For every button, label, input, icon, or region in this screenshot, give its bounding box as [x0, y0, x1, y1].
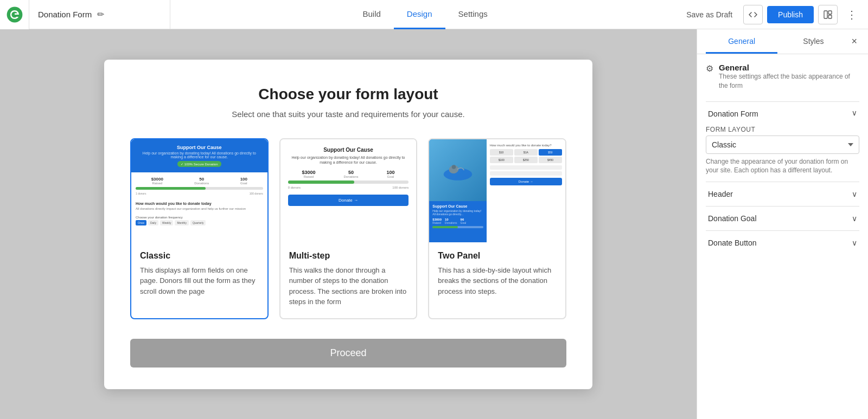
right-settings-panel: General Styles × ⚙ General These setting…	[697, 29, 868, 419]
edit-title-icon[interactable]: ✏	[97, 9, 104, 20]
general-settings-section: ⚙ General These settings affect the basi…	[706, 63, 859, 91]
twopanel-layout-desc: This has a side-by-side layout which bre…	[438, 265, 557, 297]
right-panel-tabs: General Styles ×	[697, 29, 868, 54]
form-layout-group: FORM LAYOUT Classic Multi-step Two Panel…	[706, 126, 859, 176]
layout-card-twopanel[interactable]: Support Our Cause Help our organization …	[428, 138, 566, 319]
donation-goal-accordion-label: Donation Goal	[708, 214, 757, 223]
svg-point-6	[452, 165, 456, 169]
accordion-donate-button-header[interactable]: Donate Button ∨	[706, 231, 859, 255]
main-canvas: Choose your form layout Select one that …	[0, 29, 697, 419]
donate-button-accordion-label: Donate Button	[708, 238, 757, 247]
accordion-header-header[interactable]: Header ∨	[706, 182, 859, 206]
tab-settings[interactable]: Settings	[445, 0, 501, 29]
modal-title: Choose your form layout	[130, 86, 566, 103]
donation-form-accordion-label: Donation Form	[708, 109, 758, 118]
nav-tabs: Build Design Settings	[170, 0, 680, 29]
accordion-donation-form: Donation Form ∧ FORM LAYOUT Classic Mult…	[706, 101, 859, 176]
twopanel-preview: Support Our Cause Help our organization …	[429, 139, 565, 242]
top-navigation: Donation Form ✏ Build Design Settings Sa…	[0, 0, 868, 29]
app-logo	[0, 0, 29, 29]
close-panel-button[interactable]: ×	[850, 34, 860, 49]
gear-icon: ⚙	[706, 63, 713, 74]
multistep-layout-name: Multi-step	[289, 251, 408, 261]
tab-design[interactable]: Design	[394, 0, 445, 29]
multistep-layout-desc: This walks the donor through a number of…	[289, 265, 408, 307]
tab-build[interactable]: Build	[349, 0, 393, 29]
accordion-donation-form-header[interactable]: Donation Form ∧	[706, 102, 859, 126]
code-button[interactable]	[743, 5, 763, 24]
chevron-down-icon-button: ∨	[852, 238, 857, 247]
svg-rect-1	[824, 11, 827, 18]
general-section-title: General	[719, 63, 859, 72]
twopanel-layout-name: Two Panel	[438, 251, 557, 261]
layout-card-classic[interactable]: Support Our Cause Help our organization …	[130, 138, 269, 319]
tab-styles[interactable]: Styles	[777, 29, 849, 54]
code-icon	[749, 10, 757, 19]
svg-rect-3	[828, 15, 832, 18]
form-title: Donation Form	[38, 10, 92, 19]
chevron-up-icon: ∧	[852, 109, 857, 118]
form-layout-select[interactable]: Classic Multi-step Two Panel	[706, 136, 859, 154]
nav-title-area: Donation Form ✏	[29, 0, 170, 29]
multistep-preview: Support Our Cause Help our organization …	[280, 139, 417, 242]
header-accordion-label: Header	[708, 190, 733, 198]
more-options-button[interactable]: ⋮	[842, 5, 861, 24]
classic-layout-desc: This displays all form fields on one pag…	[140, 265, 259, 297]
form-layout-label: FORM LAYOUT	[706, 126, 859, 133]
save-draft-button[interactable]: Save as Draft	[680, 6, 739, 23]
accordion-donate-button: Donate Button ∨	[706, 230, 859, 255]
layout-chooser-modal: Choose your form layout Select one that …	[104, 60, 592, 389]
layout-options: Support Our Cause Help our organization …	[130, 138, 566, 319]
classic-preview: Support Our Cause Help our organization …	[131, 139, 267, 242]
layout-icon	[824, 10, 832, 19]
general-section-desc: These settings affect the basic appearan…	[719, 72, 859, 91]
proceed-button[interactable]: Proceed	[130, 339, 566, 368]
right-panel-body: ⚙ General These settings affect the basi…	[697, 54, 868, 419]
layout-toggle-button[interactable]	[818, 5, 838, 24]
layout-card-multistep[interactable]: Support Our Cause Help our organization …	[279, 138, 418, 319]
accordion-donation-goal: Donation Goal ∨	[706, 206, 859, 230]
chevron-down-icon-goal: ∨	[852, 214, 857, 223]
svg-rect-2	[828, 11, 832, 14]
accordion-donation-goal-header[interactable]: Donation Goal ∨	[706, 207, 859, 230]
chevron-down-icon-header: ∨	[852, 190, 857, 198]
accordion-header: Header ∨	[706, 182, 859, 206]
tab-general[interactable]: General	[706, 29, 777, 54]
classic-layout-name: Classic	[140, 251, 259, 261]
publish-button[interactable]: Publish	[767, 6, 814, 23]
nav-actions: Save as Draft Publish ⋮	[680, 5, 868, 24]
form-layout-hint: Change the appearance of your donation f…	[706, 157, 859, 176]
modal-subtitle: Select one that suits your taste and req…	[130, 109, 566, 119]
